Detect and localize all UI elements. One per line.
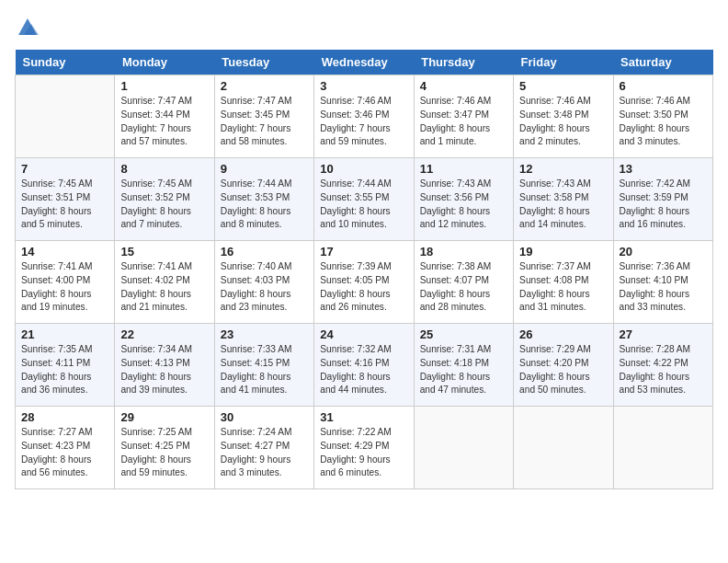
day-info: Sunrise: 7:45 AM Sunset: 3:51 PM Dayligh…	[21, 178, 108, 232]
day-number: 7	[21, 162, 108, 176]
day-number: 11	[420, 162, 507, 176]
day-cell: 17Sunrise: 7:39 AM Sunset: 4:05 PM Dayli…	[314, 241, 414, 324]
header-cell-monday: Monday	[115, 50, 214, 75]
day-number: 28	[21, 410, 108, 424]
day-info: Sunrise: 7:44 AM Sunset: 3:55 PM Dayligh…	[320, 178, 407, 232]
week-row-2: 7Sunrise: 7:45 AM Sunset: 3:51 PM Daylig…	[16, 158, 713, 241]
header-cell-sunday: Sunday	[16, 50, 115, 75]
day-info: Sunrise: 7:44 AM Sunset: 3:53 PM Dayligh…	[221, 178, 308, 232]
day-info: Sunrise: 7:47 AM Sunset: 3:45 PM Dayligh…	[221, 95, 308, 149]
week-row-5: 28Sunrise: 7:27 AM Sunset: 4:23 PM Dayli…	[16, 407, 713, 489]
week-row-4: 21Sunrise: 7:35 AM Sunset: 4:11 PM Dayli…	[16, 324, 713, 407]
day-cell: 31Sunrise: 7:22 AM Sunset: 4:29 PM Dayli…	[314, 407, 414, 489]
day-cell: 10Sunrise: 7:44 AM Sunset: 3:55 PM Dayli…	[314, 158, 414, 241]
day-info: Sunrise: 7:28 AM Sunset: 4:22 PM Dayligh…	[620, 343, 707, 397]
day-info: Sunrise: 7:46 AM Sunset: 3:48 PM Dayligh…	[519, 95, 607, 149]
day-info: Sunrise: 7:39 AM Sunset: 4:05 PM Dayligh…	[320, 260, 407, 315]
day-cell: 22Sunrise: 7:34 AM Sunset: 4:13 PM Dayli…	[115, 324, 214, 407]
day-number: 14	[21, 245, 108, 259]
day-info: Sunrise: 7:32 AM Sunset: 4:16 PM Dayligh…	[320, 343, 407, 397]
day-info: Sunrise: 7:45 AM Sunset: 3:52 PM Dayligh…	[120, 178, 208, 232]
day-info: Sunrise: 7:33 AM Sunset: 4:15 PM Dayligh…	[221, 343, 308, 397]
page-header	[15, 15, 713, 40]
day-cell: 2Sunrise: 7:47 AM Sunset: 3:45 PM Daylig…	[214, 75, 313, 158]
day-cell: 7Sunrise: 7:45 AM Sunset: 3:51 PM Daylig…	[16, 158, 115, 241]
header-cell-tuesday: Tuesday	[214, 50, 313, 75]
day-number: 25	[420, 327, 507, 341]
day-cell: 20Sunrise: 7:36 AM Sunset: 4:10 PM Dayli…	[613, 241, 712, 324]
day-info: Sunrise: 7:46 AM Sunset: 3:47 PM Dayligh…	[420, 95, 507, 149]
day-info: Sunrise: 7:40 AM Sunset: 4:03 PM Dayligh…	[221, 260, 308, 315]
day-number: 9	[221, 162, 308, 176]
logo-icon	[15, 15, 40, 40]
day-cell: 5Sunrise: 7:46 AM Sunset: 3:48 PM Daylig…	[514, 75, 613, 158]
day-cell: 14Sunrise: 7:41 AM Sunset: 4:00 PM Dayli…	[16, 241, 115, 324]
calendar-header: SundayMondayTuesdayWednesdayThursdayFrid…	[16, 50, 713, 75]
day-info: Sunrise: 7:36 AM Sunset: 4:10 PM Dayligh…	[620, 260, 707, 315]
header-cell-thursday: Thursday	[414, 50, 513, 75]
day-cell: 4Sunrise: 7:46 AM Sunset: 3:47 PM Daylig…	[414, 75, 513, 158]
day-cell	[514, 407, 613, 489]
header-row: SundayMondayTuesdayWednesdayThursdayFrid…	[16, 50, 713, 75]
logo	[15, 15, 44, 40]
day-info: Sunrise: 7:24 AM Sunset: 4:27 PM Dayligh…	[221, 426, 308, 480]
day-cell: 26Sunrise: 7:29 AM Sunset: 4:20 PM Dayli…	[514, 324, 613, 407]
header-cell-saturday: Saturday	[613, 50, 712, 75]
header-cell-friday: Friday	[514, 50, 613, 75]
day-number: 12	[519, 162, 607, 176]
day-number: 31	[320, 410, 407, 424]
day-number: 4	[420, 79, 507, 93]
day-info: Sunrise: 7:27 AM Sunset: 4:23 PM Dayligh…	[21, 426, 108, 480]
day-number: 20	[620, 245, 707, 259]
day-number: 5	[519, 79, 607, 93]
day-info: Sunrise: 7:34 AM Sunset: 4:13 PM Dayligh…	[120, 343, 208, 397]
day-info: Sunrise: 7:42 AM Sunset: 3:59 PM Dayligh…	[620, 178, 707, 232]
day-cell: 23Sunrise: 7:33 AM Sunset: 4:15 PM Dayli…	[214, 324, 313, 407]
header-cell-wednesday: Wednesday	[314, 50, 414, 75]
day-number: 17	[320, 245, 407, 259]
day-cell: 1Sunrise: 7:47 AM Sunset: 3:44 PM Daylig…	[115, 75, 214, 158]
day-info: Sunrise: 7:43 AM Sunset: 3:58 PM Dayligh…	[519, 178, 607, 232]
day-cell: 15Sunrise: 7:41 AM Sunset: 4:02 PM Dayli…	[115, 241, 214, 324]
day-number: 22	[120, 327, 208, 341]
day-info: Sunrise: 7:25 AM Sunset: 4:25 PM Dayligh…	[120, 426, 208, 480]
day-number: 29	[120, 410, 208, 424]
day-cell: 12Sunrise: 7:43 AM Sunset: 3:58 PM Dayli…	[514, 158, 613, 241]
day-number: 24	[320, 327, 407, 341]
day-number: 6	[620, 79, 707, 93]
day-number: 30	[221, 410, 308, 424]
day-cell	[16, 75, 115, 158]
day-number: 10	[320, 162, 407, 176]
day-cell: 30Sunrise: 7:24 AM Sunset: 4:27 PM Dayli…	[214, 407, 313, 489]
day-cell: 21Sunrise: 7:35 AM Sunset: 4:11 PM Dayli…	[16, 324, 115, 407]
day-number: 19	[519, 245, 607, 259]
day-info: Sunrise: 7:29 AM Sunset: 4:20 PM Dayligh…	[519, 343, 607, 397]
day-number: 8	[120, 162, 208, 176]
day-info: Sunrise: 7:41 AM Sunset: 4:00 PM Dayligh…	[21, 260, 108, 315]
week-row-1: 1Sunrise: 7:47 AM Sunset: 3:44 PM Daylig…	[16, 75, 713, 158]
calendar-body: 1Sunrise: 7:47 AM Sunset: 3:44 PM Daylig…	[16, 75, 713, 489]
day-info: Sunrise: 7:47 AM Sunset: 3:44 PM Dayligh…	[120, 95, 208, 149]
day-number: 1	[120, 79, 208, 93]
day-number: 23	[221, 327, 308, 341]
day-info: Sunrise: 7:35 AM Sunset: 4:11 PM Dayligh…	[21, 343, 108, 397]
day-cell: 9Sunrise: 7:44 AM Sunset: 3:53 PM Daylig…	[214, 158, 313, 241]
day-info: Sunrise: 7:38 AM Sunset: 4:07 PM Dayligh…	[420, 260, 507, 315]
day-number: 21	[21, 327, 108, 341]
day-cell: 29Sunrise: 7:25 AM Sunset: 4:25 PM Dayli…	[115, 407, 214, 489]
day-info: Sunrise: 7:43 AM Sunset: 3:56 PM Dayligh…	[420, 178, 507, 232]
day-cell: 18Sunrise: 7:38 AM Sunset: 4:07 PM Dayli…	[414, 241, 513, 324]
day-cell	[613, 407, 712, 489]
day-cell: 6Sunrise: 7:46 AM Sunset: 3:50 PM Daylig…	[613, 75, 712, 158]
day-cell: 24Sunrise: 7:32 AM Sunset: 4:16 PM Dayli…	[314, 324, 414, 407]
day-number: 15	[120, 245, 208, 259]
day-info: Sunrise: 7:37 AM Sunset: 4:08 PM Dayligh…	[519, 260, 607, 315]
day-cell: 27Sunrise: 7:28 AM Sunset: 4:22 PM Dayli…	[613, 324, 712, 407]
day-number: 13	[620, 162, 707, 176]
day-cell: 8Sunrise: 7:45 AM Sunset: 3:52 PM Daylig…	[115, 158, 214, 241]
day-cell: 3Sunrise: 7:46 AM Sunset: 3:46 PM Daylig…	[314, 75, 414, 158]
day-number: 27	[620, 327, 707, 341]
calendar-table: SundayMondayTuesdayWednesdayThursdayFrid…	[15, 50, 713, 489]
day-number: 26	[519, 327, 607, 341]
day-info: Sunrise: 7:31 AM Sunset: 4:18 PM Dayligh…	[420, 343, 507, 397]
